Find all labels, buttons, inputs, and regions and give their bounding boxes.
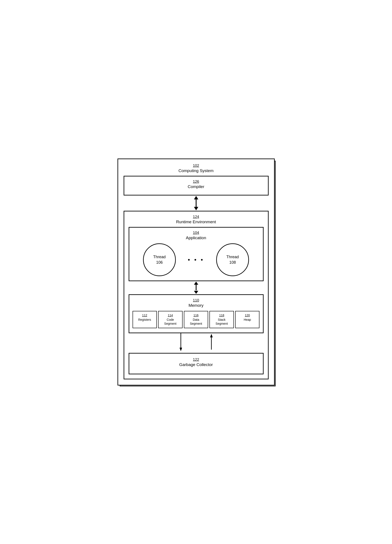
svg-marker-9: [210, 334, 213, 337]
computing-system-label: Computing System: [179, 168, 213, 173]
application-box: 104 Application Thread 106 • • • Thr: [129, 227, 264, 281]
compiler-title: 126 Compiler: [129, 179, 264, 189]
svg-rect-4: [196, 285, 196, 290]
svg-marker-2: [194, 207, 198, 210]
seg-116-ref: 116: [186, 313, 206, 317]
svg-marker-5: [194, 291, 198, 294]
svg-marker-3: [194, 282, 198, 285]
memory-ref: 110: [133, 298, 260, 303]
gc-ref: 122: [134, 357, 259, 362]
segment-stack: 118 StackSegment: [209, 311, 234, 328]
svg-rect-1: [196, 199, 196, 207]
thread-108-label: Thread 108: [226, 254, 239, 265]
memory-title: 110 Memory: [133, 298, 260, 308]
thread-106-label: Thread 106: [153, 254, 166, 265]
seg-118-label: StackSegment: [216, 318, 228, 325]
segment-data: 116 DataSegment: [184, 311, 208, 328]
computing-system-title: 102 Computing System: [124, 164, 269, 173]
memory-gc-arrows: [129, 333, 264, 353]
seg-112-ref: 112: [135, 313, 155, 317]
seg-116-label: DataSegment: [190, 318, 202, 325]
gc-label: Garbage Collector: [179, 362, 213, 367]
gc-box: 122 Garbage Collector: [129, 353, 264, 374]
thread-106-circle: Thread 106: [143, 243, 176, 276]
application-ref: 104: [133, 231, 259, 235]
segment-code: 114 CodeSegment: [158, 311, 183, 328]
compiler-label: Compiler: [188, 184, 204, 189]
runtime-box: 124 Runtime Environment 104 Application …: [124, 211, 269, 379]
segment-registers: 112 Registers: [133, 311, 157, 328]
memory-box: 110 Memory 112 Registers 114 CodeSegment…: [129, 294, 264, 333]
runtime-ref: 124: [129, 215, 264, 219]
seg-120-ref: 120: [237, 313, 258, 317]
svg-marker-7: [179, 348, 182, 351]
ellipsis-dots: • • •: [188, 256, 204, 263]
seg-112-label: Registers: [138, 318, 151, 321]
memory-label: Memory: [189, 303, 203, 308]
thread-108-circle: Thread 108: [216, 243, 249, 276]
computing-system-ref: 102: [124, 164, 269, 168]
threads-row: Thread 106 • • • Thread 108: [133, 243, 259, 276]
seg-114-label: CodeSegment: [164, 318, 176, 325]
runtime-label: Runtime Environment: [176, 219, 216, 224]
app-memory-arrow: [129, 281, 264, 294]
memory-segments: 112 Registers 114 CodeSegment 116 DataSe…: [133, 311, 260, 328]
segment-heap: 120 Heap: [235, 311, 260, 328]
compiler-box: 126 Compiler: [124, 176, 269, 195]
runtime-title: 124 Runtime Environment: [129, 215, 264, 224]
compiler-ref: 126: [129, 179, 264, 184]
seg-118-ref: 118: [212, 313, 232, 317]
seg-114-ref: 114: [160, 313, 180, 317]
application-label: Application: [186, 236, 206, 240]
svg-marker-0: [194, 196, 198, 199]
gc-title: 122 Garbage Collector: [134, 357, 259, 367]
application-title: 104 Application: [133, 231, 259, 240]
seg-120-label: Heap: [244, 318, 251, 321]
computing-system-box: 102 Computing System 126 Compiler: [117, 159, 275, 385]
compiler-runtime-arrow: [124, 195, 269, 211]
